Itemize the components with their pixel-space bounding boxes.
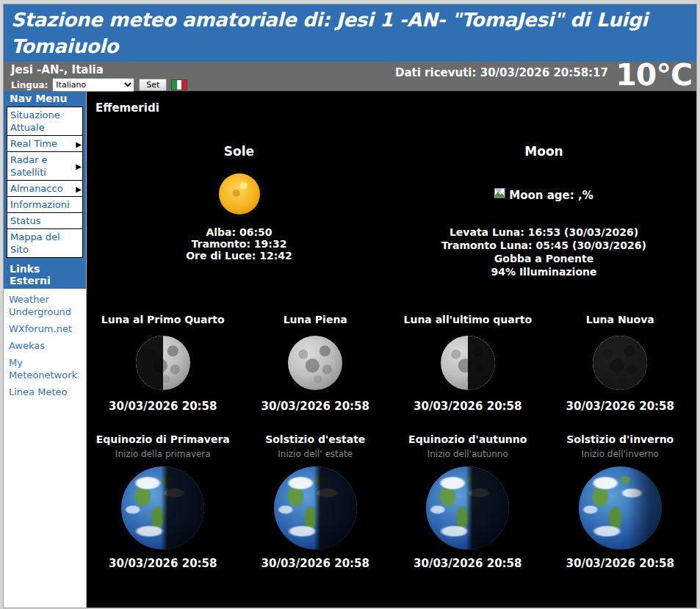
moon-age-text: Moon age: ,% [509, 189, 593, 202]
italy-flag-icon [171, 79, 187, 90]
season-subtitle: Inizio della primavera [87, 449, 239, 459]
link-my-meteonetwork[interactable]: My Meteonetwork [9, 356, 84, 381]
season-title: Solstizio d'estate [239, 433, 392, 445]
data-received-timestamp: Dati ricevuti: 30/03/2026 20:58:17 [395, 66, 608, 79]
link-weather-underground[interactable]: Weather Underground [9, 293, 84, 318]
seasons-row: Equinozio di Primavera Inizio della prim… [87, 433, 696, 570]
sunrise-time: Alba: 06:50 [87, 226, 392, 238]
set-language-button[interactable]: Set [139, 79, 167, 91]
link-awekas[interactable]: Awekas [9, 339, 84, 352]
external-links: Weather Underground WXforum.net Awekas M… [4, 289, 86, 407]
season-subtitle: Inizio dell'autunno [392, 449, 544, 459]
moon-section: Moon Moon age: ,% Levata Luna: 16:53 [392, 144, 696, 278]
full-moon-image [288, 336, 342, 390]
moon-waxing-state: Gobba a Ponente [392, 252, 696, 265]
phase-title: Luna Piena [239, 314, 392, 325]
season-autumn-equinox: Equinozio d'autunno Inizio dell'autunno … [392, 433, 544, 570]
sidebar-item-almanacco[interactable]: Almanacco ▶ [7, 180, 83, 197]
moon-phase-new: Luna Nuova 30/03/2026 20:58 [544, 314, 697, 413]
moonset-time: Tramonto Luna: 05:45 (30/03/2026) [392, 239, 696, 252]
season-summer-solstice: Solstizio d'estate Inizio dell' estate 3… [239, 433, 392, 570]
sidebar: Nav Menu Situazione Attuale Real Time ▶ … [4, 91, 87, 608]
earth-winter-image [579, 466, 662, 549]
moon-heading: Moon [392, 144, 696, 159]
first-quarter-moon-image [136, 336, 190, 390]
sunset-time: Tramonto: 19:32 [87, 238, 392, 250]
sidebar-item-informazioni[interactable]: Informazioni [7, 196, 83, 213]
broken-image-icon [494, 188, 506, 202]
new-moon-image [593, 336, 647, 390]
page-title-banner: Stazione meteo amatoriale di: Jesi 1 -AN… [4, 4, 696, 62]
sidebar-item-radar-e-satelliti[interactable]: Radar e Satelliti ▶ [7, 151, 83, 181]
season-title: Equinozio d'autunno [392, 433, 544, 445]
submenu-arrow-icon: ▶ [76, 182, 82, 195]
main-content: Effemeridi Sole Alba: 06:50 Tramonto: 19… [87, 91, 696, 608]
language-label: Lingua: [11, 80, 48, 90]
season-winter-solstice: Solstizio d'inverno Inizio dell'inverno … [544, 433, 697, 570]
nav-menu: Situazione Attuale Real Time ▶ Radar e S… [4, 107, 86, 262]
season-title: Equinozio di Primavera [87, 433, 239, 445]
sun-section: Sole Alba: 06:50 Tramonto: 19:32 Ore di … [87, 144, 392, 278]
sidebar-item-situazione-attuale[interactable]: Situazione Attuale [7, 107, 83, 136]
phase-date: 30/03/2026 20:58 [239, 400, 392, 413]
sun-heading: Sole [87, 144, 392, 159]
season-date: 30/03/2026 20:58 [544, 557, 697, 570]
earth-autumn-image [426, 466, 509, 549]
phase-date: 30/03/2026 20:58 [392, 400, 544, 413]
earth-summer-image [274, 466, 357, 549]
earth-spring-image [121, 466, 204, 549]
external-links-header: Links Esterni [4, 262, 86, 289]
season-subtitle: Inizio dell' estate [239, 449, 392, 459]
moon-illumination: 94% Illuminazione [392, 265, 696, 278]
phase-title: Luna Nuova [544, 314, 697, 325]
moon-phases-row: Luna al Primo Quarto 30/03/2026 20:58 Lu… [87, 314, 696, 413]
phase-title: Luna al Primo Quarto [87, 314, 239, 325]
season-title: Solstizio d'inverno [544, 433, 697, 445]
season-spring-equinox: Equinozio di Primavera Inizio della prim… [87, 433, 239, 570]
page-container: Stazione meteo amatoriale di: Jesi 1 -AN… [3, 4, 697, 608]
station-title: Stazione meteo amatoriale di: Jesi 1 -AN… [11, 9, 648, 57]
season-date: 30/03/2026 20:58 [239, 557, 392, 570]
season-date: 30/03/2026 20:58 [392, 557, 544, 570]
moonrise-time: Levata Luna: 16:53 (30/03/2026) [392, 226, 696, 239]
submenu-arrow-icon: ▶ [76, 160, 82, 173]
language-select[interactable]: Italiano [52, 78, 134, 92]
sidebar-item-mappa-del-sito[interactable]: Mappa del Sito [7, 228, 83, 258]
moon-phase-first-quarter: Luna al Primo Quarto 30/03/2026 20:58 [87, 314, 239, 413]
link-wxforum[interactable]: WXforum.net [9, 322, 84, 335]
daylight-hours: Ore di Luce: 12:42 [87, 250, 392, 262]
sidebar-item-real-time[interactable]: Real Time ▶ [7, 135, 83, 152]
link-linea-meteo[interactable]: Linea Meteo [9, 386, 84, 398]
last-quarter-moon-image [441, 336, 495, 390]
info-bar: Jesi -AN-, Italia Lingua: Italiano Set D… [4, 62, 696, 91]
current-temperature: 10°C [616, 57, 692, 93]
season-date: 30/03/2026 20:58 [87, 557, 239, 570]
phase-date: 30/03/2026 20:58 [544, 400, 697, 413]
season-subtitle: Inizio dell'inverno [544, 449, 697, 459]
submenu-arrow-icon: ▶ [76, 137, 82, 150]
moon-phase-full: Luna Piena 30/03/2026 20:58 [239, 314, 392, 413]
phase-title: Luna all'ultimo quarto [392, 314, 544, 325]
sun-image [219, 173, 260, 215]
moon-phase-last-quarter: Luna all'ultimo quarto 30/03/2026 20:58 [392, 314, 544, 413]
phase-date: 30/03/2026 20:58 [87, 400, 239, 413]
sidebar-item-status[interactable]: Status [7, 212, 83, 229]
page-title: Effemeridi [95, 101, 696, 115]
nav-menu-header: Nav Menu [4, 91, 86, 107]
